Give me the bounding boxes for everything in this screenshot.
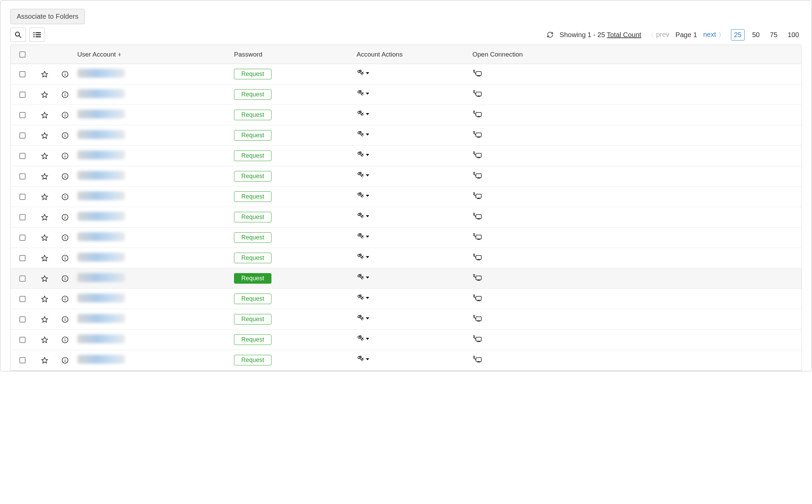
user-account-link[interactable]	[77, 151, 125, 159]
info-icon[interactable]	[61, 91, 69, 98]
account-actions-menu[interactable]	[357, 151, 369, 159]
row-checkbox[interactable]	[19, 132, 26, 139]
open-connection-button[interactable]	[472, 314, 482, 322]
request-password-button[interactable]: Request	[234, 253, 271, 263]
open-connection-button[interactable]	[472, 335, 482, 343]
favorite-star-icon[interactable]	[41, 173, 48, 180]
account-actions-menu[interactable]	[357, 110, 369, 118]
row-checkbox[interactable]	[19, 296, 26, 302]
user-account-link[interactable]	[77, 89, 125, 98]
favorite-star-icon[interactable]	[41, 234, 48, 241]
user-account-link[interactable]	[77, 232, 125, 241]
user-account-link[interactable]	[77, 253, 125, 262]
row-checkbox[interactable]	[19, 194, 26, 200]
favorite-star-icon[interactable]	[41, 275, 48, 282]
user-account-link[interactable]	[77, 355, 125, 364]
info-icon[interactable]	[61, 336, 69, 344]
user-account-link[interactable]	[77, 212, 125, 221]
select-all-checkbox[interactable]	[19, 51, 26, 58]
user-account-link[interactable]	[77, 110, 125, 119]
favorite-star-icon[interactable]	[41, 111, 48, 119]
associate-to-folders-button[interactable]: Associate to Folders	[10, 9, 85, 24]
account-actions-menu[interactable]	[357, 355, 369, 363]
info-icon[interactable]	[61, 295, 69, 303]
open-connection-button[interactable]	[472, 355, 482, 363]
col-user-account[interactable]: User Account ▲▼	[75, 51, 232, 58]
row-checkbox[interactable]	[19, 357, 26, 363]
request-password-button[interactable]: Request	[234, 355, 271, 365]
info-icon[interactable]	[61, 357, 69, 364]
row-checkbox[interactable]	[19, 337, 26, 343]
col-open-connection[interactable]: Open Connection	[470, 51, 573, 58]
favorite-star-icon[interactable]	[41, 193, 48, 201]
col-password[interactable]: Password	[232, 51, 355, 58]
account-actions-menu[interactable]	[357, 69, 369, 77]
open-connection-button[interactable]	[472, 212, 482, 220]
account-actions-menu[interactable]	[357, 253, 369, 261]
favorite-star-icon[interactable]	[41, 295, 48, 303]
account-actions-menu[interactable]	[357, 335, 369, 343]
page-size-option[interactable]: 75	[767, 30, 780, 40]
account-actions-menu[interactable]	[357, 314, 369, 322]
info-icon[interactable]	[61, 234, 69, 241]
info-icon[interactable]	[61, 316, 69, 323]
info-icon[interactable]	[61, 111, 69, 119]
info-icon[interactable]	[61, 70, 69, 78]
request-password-button[interactable]: Request	[234, 212, 271, 222]
account-actions-menu[interactable]	[357, 192, 369, 200]
page-size-option[interactable]: 25	[731, 29, 745, 41]
open-connection-button[interactable]	[472, 192, 482, 200]
row-checkbox[interactable]	[19, 255, 26, 261]
favorite-star-icon[interactable]	[41, 70, 48, 78]
account-actions-menu[interactable]	[357, 212, 369, 220]
info-icon[interactable]	[61, 152, 69, 160]
open-connection-button[interactable]	[472, 171, 482, 179]
request-password-button[interactable]: Request	[234, 294, 271, 304]
info-icon[interactable]	[61, 214, 69, 221]
account-actions-menu[interactable]	[357, 294, 369, 302]
user-account-link[interactable]	[77, 273, 125, 282]
open-connection-button[interactable]	[472, 90, 482, 98]
info-icon[interactable]	[61, 132, 69, 139]
favorite-star-icon[interactable]	[41, 91, 48, 98]
open-connection-button[interactable]	[472, 110, 482, 118]
column-options-button[interactable]	[29, 28, 45, 42]
info-icon[interactable]	[61, 193, 69, 201]
user-account-link[interactable]	[77, 171, 125, 180]
user-account-link[interactable]	[77, 130, 125, 139]
open-connection-button[interactable]	[472, 273, 482, 282]
info-icon[interactable]	[61, 254, 69, 262]
total-count-link[interactable]: Total Count	[607, 31, 641, 38]
request-password-button[interactable]: Request	[234, 314, 271, 325]
refresh-button[interactable]	[547, 31, 553, 38]
request-password-button[interactable]: Request	[234, 110, 271, 120]
request-password-button[interactable]: Request	[234, 171, 271, 182]
page-size-option[interactable]: 100	[785, 30, 802, 40]
favorite-star-icon[interactable]	[41, 132, 48, 139]
request-password-button[interactable]: Request	[234, 89, 271, 100]
account-actions-menu[interactable]	[357, 171, 369, 179]
request-password-button[interactable]: Request	[234, 273, 271, 284]
row-checkbox[interactable]	[19, 92, 26, 98]
account-actions-menu[interactable]	[357, 90, 369, 98]
account-actions-menu[interactable]	[357, 130, 369, 139]
pager-next[interactable]: next 〉	[703, 31, 725, 39]
open-connection-button[interactable]	[472, 130, 482, 139]
favorite-star-icon[interactable]	[41, 152, 48, 160]
page-size-option[interactable]: 50	[749, 30, 762, 40]
row-checkbox[interactable]	[19, 316, 26, 322]
user-account-link[interactable]	[77, 69, 125, 78]
favorite-star-icon[interactable]	[41, 336, 48, 344]
row-checkbox[interactable]	[19, 71, 26, 77]
favorite-star-icon[interactable]	[41, 214, 48, 221]
account-actions-menu[interactable]	[357, 233, 369, 241]
info-icon[interactable]	[61, 275, 69, 282]
open-connection-button[interactable]	[472, 233, 482, 241]
request-password-button[interactable]: Request	[234, 334, 271, 345]
favorite-star-icon[interactable]	[41, 357, 48, 364]
open-connection-button[interactable]	[472, 253, 482, 261]
row-checkbox[interactable]	[19, 153, 26, 159]
col-account-actions[interactable]: Account Actions	[355, 51, 470, 58]
user-account-link[interactable]	[77, 334, 125, 343]
favorite-star-icon[interactable]	[41, 254, 48, 262]
